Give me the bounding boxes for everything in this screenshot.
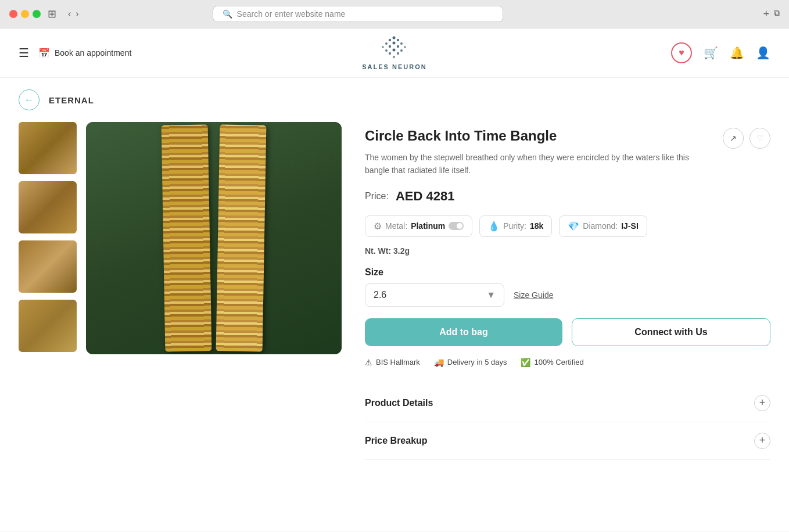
main-product-image — [86, 122, 342, 354]
svg-point-12 — [400, 49, 403, 52]
back-navigation: ← ETERNAL — [19, 78, 770, 122]
price-breakup-expand-icon[interactable]: + — [754, 433, 770, 449]
product-description: The women by the stepwell breathed only … — [365, 151, 702, 177]
svg-point-4 — [393, 42, 396, 45]
minimize-traffic-light[interactable] — [21, 10, 29, 18]
product-title: Circle Back Into Time Bangle — [365, 128, 557, 144]
address-bar[interactable]: 🔍 Search or enter website name — [213, 6, 503, 22]
diamond-icon: 💎 — [568, 221, 579, 232]
diamond-value: IJ-SI — [621, 221, 639, 231]
new-tab-icon[interactable]: + — [763, 8, 769, 20]
wishlist-button[interactable]: ♥ — [671, 42, 692, 63]
thumbnail-3[interactable] — [19, 240, 77, 293]
metal-label: Metal: — [385, 221, 407, 231]
certified-label: 100% Certified — [534, 358, 583, 366]
heart-icon: ♥ — [679, 48, 684, 58]
product-details-expand-icon[interactable]: + — [754, 395, 770, 411]
close-traffic-light[interactable] — [9, 10, 17, 18]
purity-option: 💧 Purity: 18k — [479, 215, 552, 237]
thumbnail-4[interactable] — [19, 300, 77, 352]
purity-icon: 💧 — [488, 221, 500, 232]
site-header: ☰ 📅 Book an appointment — [0, 28, 789, 78]
share-button[interactable]: ↗ — [723, 128, 744, 149]
net-weight-value: 3.2g — [393, 246, 410, 256]
tabs-icon[interactable]: ⧉ — [774, 8, 780, 20]
address-bar-text: Search or enter website name — [237, 9, 346, 19]
product-top-actions: ↗ ♡ — [723, 128, 770, 149]
size-dropdown[interactable]: 2.6 ▼ — [365, 283, 504, 307]
price-breakup-accordion: Price Breakup + — [365, 422, 770, 460]
share-icon: ↗ — [730, 134, 737, 143]
page-content: ← ETERNAL — [0, 78, 789, 483]
size-selected-value: 2.6 — [374, 290, 386, 300]
price-breakup-header[interactable]: Price Breakup + — [365, 433, 770, 449]
thumbnail-2[interactable] — [19, 181, 77, 233]
notifications-button[interactable]: 🔔 — [730, 46, 744, 60]
delivery-label: Delivery in 5 days — [447, 358, 507, 366]
certified-badge: ✅ 100% Certified — [521, 358, 583, 367]
product-wishlist-button[interactable]: ♡ — [749, 128, 770, 149]
browser-navigation: ‹ › — [68, 9, 79, 19]
logo-icon — [378, 35, 410, 61]
header-right: ♥ 🛒 🔔 👤 — [520, 42, 770, 63]
net-weight-label: Nt. Wt: — [365, 246, 391, 256]
svg-point-13 — [389, 52, 391, 55]
price-value: AED 4281 — [396, 189, 455, 204]
product-images — [19, 122, 342, 460]
svg-point-15 — [393, 56, 395, 58]
svg-point-11 — [393, 49, 396, 52]
metal-value: Platinum — [411, 221, 445, 231]
chevron-down-icon: ▼ — [486, 290, 496, 300]
thumbnail-1[interactable] — [19, 122, 77, 174]
product-details-title: Product Details — [365, 398, 433, 408]
sidebar-toggle-button[interactable]: ⊞ — [48, 8, 56, 20]
header-logo[interactable]: SALES NEURON — [269, 35, 519, 70]
certified-icon: ✅ — [521, 358, 530, 367]
back-browser-button[interactable]: ‹ — [68, 9, 71, 19]
forward-browser-button[interactable]: › — [76, 9, 78, 19]
book-appointment-label: Book an appointment — [55, 48, 131, 57]
bis-hallmark-badge: ⚠ BIS Hallmark — [365, 358, 420, 367]
category-label: ETERNAL — [49, 95, 94, 105]
metal-toggle[interactable] — [449, 222, 464, 230]
price-row: Price: AED 4281 — [365, 189, 770, 204]
size-guide-link[interactable]: Size Guide — [514, 290, 553, 300]
badges-row: ⚠ BIS Hallmark 🚚 Delivery in 5 days ✅ 10… — [365, 358, 770, 367]
price-label: Price: — [365, 191, 389, 202]
svg-point-10 — [385, 49, 388, 52]
add-to-bag-button[interactable]: Add to bag — [365, 318, 562, 346]
svg-point-14 — [397, 52, 399, 55]
svg-point-8 — [397, 45, 399, 48]
cart-button[interactable]: 🛒 — [704, 46, 718, 60]
product-layout: Circle Back Into Time Bangle ↗ ♡ The wom… — [19, 122, 770, 483]
svg-point-0 — [393, 37, 396, 39]
logo-brand-text: SALES NEURON — [362, 63, 426, 70]
browser-actions: + ⧉ — [763, 8, 780, 20]
net-weight: Nt. Wt: 3.2g — [365, 246, 770, 256]
back-button[interactable]: ← — [19, 89, 40, 110]
size-label: Size — [365, 267, 770, 278]
hamburger-menu-button[interactable]: ☰ — [19, 46, 29, 60]
account-button[interactable]: 👤 — [756, 46, 770, 60]
header-left: ☰ 📅 Book an appointment — [19, 46, 269, 60]
search-icon: 🔍 — [223, 9, 232, 19]
svg-point-7 — [389, 45, 391, 48]
fullscreen-traffic-light[interactable] — [33, 10, 41, 18]
product-options: ⚙ Metal: Platinum 💧 Purity: 18k 💎 Diamon… — [365, 215, 770, 237]
size-select-row: 2.6 ▼ Size Guide — [365, 283, 770, 307]
delivery-badge: 🚚 Delivery in 5 days — [434, 358, 507, 367]
product-details-accordion: Product Details + — [365, 384, 770, 422]
delivery-icon: 🚚 — [434, 358, 444, 367]
svg-point-9 — [404, 46, 407, 48]
svg-point-5 — [400, 42, 403, 45]
svg-point-1 — [389, 39, 391, 41]
book-appointment-link[interactable]: 📅 Book an appointment — [38, 48, 131, 59]
svg-point-6 — [382, 46, 385, 48]
connect-with-us-button[interactable]: Connect with Us — [572, 318, 770, 346]
traffic-lights — [9, 10, 41, 18]
product-details-header[interactable]: Product Details + — [365, 395, 770, 411]
thumbnail-list — [19, 122, 77, 460]
purity-value: 18k — [530, 221, 543, 231]
metal-option: ⚙ Metal: Platinum — [365, 215, 472, 237]
page: ☰ 📅 Book an appointment — [0, 28, 789, 531]
